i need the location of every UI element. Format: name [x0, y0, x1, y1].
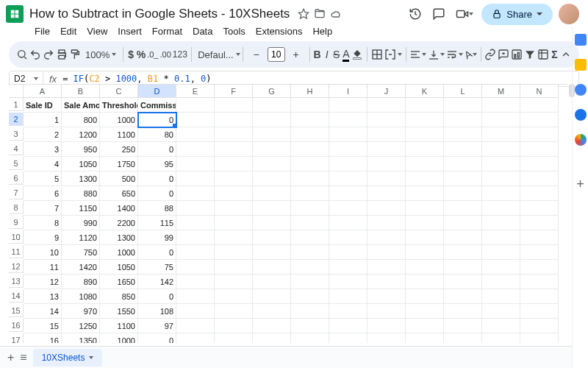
cell[interactable] [176, 230, 215, 245]
cell[interactable] [368, 245, 406, 260]
cell[interactable]: 0 [138, 186, 176, 201]
cell[interactable] [253, 245, 291, 260]
cell[interactable] [215, 127, 253, 142]
row-header[interactable]: 5 [9, 157, 24, 170]
cell[interactable] [406, 157, 444, 171]
vertical-align-icon[interactable] [428, 45, 445, 64]
cell[interactable] [406, 230, 444, 245]
cell[interactable]: 10 [24, 245, 62, 260]
cell[interactable] [176, 142, 215, 157]
cell[interactable]: 1100 [100, 127, 138, 142]
print-icon[interactable] [56, 45, 68, 64]
cell[interactable] [406, 245, 444, 260]
cell[interactable]: 990 [62, 216, 100, 230]
filter-views-icon[interactable] [537, 45, 549, 64]
cell[interactable]: 850 [100, 289, 138, 304]
cell[interactable]: 1080 [62, 289, 100, 304]
cell[interactable] [215, 304, 253, 319]
cell[interactable] [176, 260, 215, 275]
cell[interactable] [215, 171, 253, 186]
row-header[interactable]: 14 [9, 289, 24, 302]
cell[interactable] [176, 98, 215, 113]
cell[interactable] [482, 289, 520, 304]
comment-icon[interactable] [498, 45, 509, 64]
cell[interactable]: 1200 [62, 127, 100, 142]
cell[interactable] [176, 245, 215, 260]
cell[interactable] [368, 319, 406, 333]
formula-input[interactable]: = IF(C2 > 1000, B1 * 0.1, 0) [62, 74, 211, 84]
cell[interactable] [253, 201, 291, 216]
cell[interactable]: 1 [24, 113, 62, 127]
cell[interactable]: Commission ($) [138, 98, 176, 113]
row-header[interactable]: 13 [9, 275, 24, 288]
cell[interactable]: 16 [24, 333, 62, 343]
document-title[interactable]: How to Subtract in Google Sheets - 10XSh… [29, 7, 290, 21]
cell[interactable] [406, 98, 444, 113]
cell[interactable] [215, 275, 253, 289]
cell[interactable] [482, 216, 520, 230]
cell[interactable]: 0 [138, 333, 176, 343]
cell[interactable] [253, 113, 291, 127]
add-sheet-icon[interactable]: + [7, 351, 14, 364]
cell[interactable] [215, 333, 253, 343]
cell[interactable]: 1250 [62, 319, 100, 333]
cell[interactable] [329, 142, 368, 157]
cell[interactable]: 1350 [62, 333, 100, 343]
cell[interactable] [482, 142, 520, 157]
cell[interactable] [520, 216, 559, 230]
cell[interactable]: 9 [24, 230, 62, 245]
cell[interactable] [444, 201, 482, 216]
cell[interactable] [176, 289, 215, 304]
account-avatar[interactable] [559, 4, 579, 24]
cell[interactable]: 99 [138, 230, 176, 245]
cell[interactable] [444, 157, 482, 171]
cell[interactable]: 970 [62, 304, 100, 319]
cell[interactable] [176, 171, 215, 186]
cell[interactable] [291, 157, 329, 171]
cell[interactable] [215, 230, 253, 245]
cell[interactable] [291, 216, 329, 230]
cell[interactable] [253, 230, 291, 245]
cell[interactable] [368, 333, 406, 343]
cell[interactable]: 4 [24, 157, 62, 171]
cell[interactable] [329, 216, 368, 230]
cell[interactable] [368, 289, 406, 304]
cell[interactable]: 1120 [62, 230, 100, 245]
cell[interactable] [253, 171, 291, 186]
row-header[interactable]: 15 [9, 304, 24, 317]
menu-edit[interactable]: Edit [55, 25, 82, 37]
sheets-logo[interactable] [6, 5, 24, 23]
cell[interactable] [329, 98, 368, 113]
cell[interactable] [368, 275, 406, 289]
cell[interactable] [253, 260, 291, 275]
history-icon[interactable] [409, 7, 422, 21]
cell[interactable]: 13 [24, 289, 62, 304]
comments-icon[interactable] [432, 7, 445, 21]
cell[interactable] [482, 127, 520, 142]
cell[interactable] [176, 201, 215, 216]
cell[interactable] [215, 260, 253, 275]
cell[interactable] [444, 319, 482, 333]
cell[interactable] [368, 260, 406, 275]
cell[interactable]: 3 [24, 142, 62, 157]
cell[interactable] [253, 216, 291, 230]
cell[interactable] [368, 171, 406, 186]
decrease-font-icon[interactable]: − [247, 45, 266, 64]
currency-icon[interactable]: $ [127, 45, 135, 64]
menu-insert[interactable]: Insert [112, 25, 147, 37]
cell[interactable] [215, 157, 253, 171]
cell[interactable]: 1300 [100, 230, 138, 245]
cell[interactable] [444, 304, 482, 319]
cell[interactable]: Sale Amount ($) [62, 98, 100, 113]
spreadsheet-grid[interactable]: ABCDEFGHIJKLMN1Sale IDSale Amount ($)Thr… [9, 84, 567, 343]
cell[interactable] [406, 260, 444, 275]
cell[interactable]: 1550 [100, 304, 138, 319]
cell[interactable] [291, 260, 329, 275]
cell[interactable] [291, 333, 329, 343]
cell[interactable]: 1000 [100, 245, 138, 260]
cell[interactable] [215, 216, 253, 230]
collapse-toolbar-icon[interactable] [560, 45, 572, 64]
cell[interactable]: 1300 [62, 171, 100, 186]
share-button[interactable]: Share [481, 4, 553, 25]
cell[interactable]: 7 [24, 201, 62, 216]
